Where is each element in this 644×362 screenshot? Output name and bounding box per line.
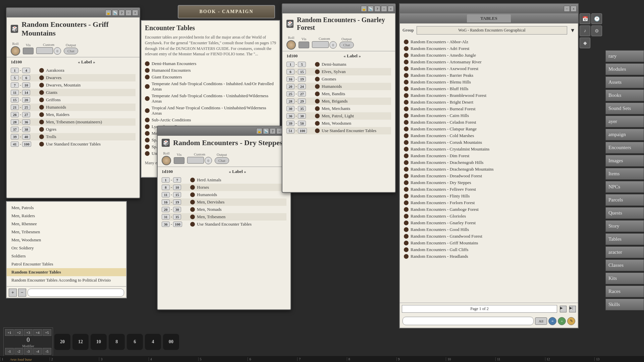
vis-toggle[interactable] [174, 157, 184, 164]
encounter-item[interactable]: Demi-Human Encounters [145, 60, 276, 67]
table-row[interactable]: 1-7Herd Animals [162, 176, 286, 184]
die-20[interactable]: 20 [54, 334, 70, 350]
tables-list-item[interactable]: Random Encounters - Blemu Hills [402, 79, 571, 85]
link-icon[interactable] [145, 75, 150, 79]
link-icon[interactable] [39, 105, 44, 110]
tables-list-item[interactable]: Random Encounters - Grandwood Forest [402, 233, 571, 240]
mod-button[interactable]: -1 [5, 348, 14, 355]
table-row[interactable]: 5-6Dwarves [11, 74, 136, 81]
custom-number[interactable]: 0 [54, 47, 61, 55]
sidebar-item[interactable]: Books [605, 89, 644, 101]
link-icon[interactable] [190, 215, 195, 219]
table-row[interactable]: 26-27Men, Raiders [11, 111, 136, 118]
link-icon[interactable] [404, 120, 409, 125]
link-icon[interactable] [315, 69, 320, 74]
group-select[interactable]: WoG - Random Encounters Geographical [417, 26, 567, 35]
tables-list-item[interactable]: Random Encounters - Dry Steppes [402, 179, 571, 186]
close-icon[interactable]: × [132, 10, 138, 16]
nav-item[interactable]: Random Encounter Tables According to Pol… [7, 276, 126, 284]
nav-item[interactable]: Orc Soldiery [7, 244, 126, 252]
tables-list-item[interactable]: Random Encounters - Bluff Hills [402, 85, 571, 92]
encounter-item[interactable]: Temperate And Sub-Tropical Conditions - … [145, 93, 276, 105]
settings-icon[interactable]: ⚙ [591, 25, 602, 36]
custom-input[interactable] [187, 157, 204, 164]
table-row[interactable]: 39-40Trolls [11, 133, 136, 140]
link-icon[interactable] [39, 120, 44, 124]
link-icon[interactable] [404, 167, 409, 172]
link-icon[interactable] [39, 134, 44, 139]
link-icon[interactable] [404, 174, 409, 178]
tables-list-item[interactable]: Random Encounters - Clatspur Range [402, 126, 571, 132]
table-row[interactable]: 11-15Humanoids [162, 191, 286, 198]
tables-list-item[interactable]: Random Encounters - Bramblewood Forest [402, 92, 571, 99]
minimize-icon[interactable]: − [381, 6, 387, 12]
link-icon[interactable] [145, 61, 150, 66]
last-page-button[interactable]: ▶| [569, 306, 576, 312]
link-icon[interactable] [145, 144, 150, 149]
mod-button[interactable]: +3 [24, 329, 33, 336]
encounter-item[interactable]: Humanoid Encounters [145, 67, 276, 74]
tables-list-item[interactable]: Random Encounters - Griff Mountains [402, 240, 571, 246]
encounter-item[interactable]: Sub-Arctic Conditions [145, 117, 276, 123]
table-row[interactable]: 20-24Humanoids [286, 83, 391, 90]
table-row[interactable]: 25-27Men, Bandits [286, 90, 391, 98]
link-icon[interactable] [39, 90, 44, 95]
mod-button[interactable]: -2 [14, 348, 23, 355]
link-icon[interactable] [404, 254, 409, 259]
sidebar-item[interactable]: aracter [605, 246, 644, 258]
link-icon[interactable] [404, 93, 409, 98]
tables-list-item[interactable]: Random Encounters - Burneal Forest [402, 106, 571, 112]
link-icon[interactable] [404, 100, 409, 105]
table-row[interactable]: 51-100Use Standard Encounter Tables [286, 127, 391, 134]
help-icon[interactable]: ? [374, 6, 380, 12]
link-icon[interactable] [404, 147, 409, 152]
mod-button[interactable]: +2 [14, 329, 23, 336]
table-row[interactable]: 8-10Horses [162, 184, 286, 191]
link-icon[interactable] [190, 222, 195, 227]
link-icon[interactable] [404, 241, 409, 245]
sidebar-item[interactable]: Items [605, 168, 644, 180]
link-icon[interactable] [190, 207, 195, 212]
die-00[interactable]: 00 [163, 334, 179, 350]
next-page-button[interactable]: ▶ [560, 306, 567, 312]
all-button[interactable]: All [535, 317, 547, 325]
tables-list-item[interactable]: Random Encounters - Dim Forest [402, 153, 571, 159]
calendar-icon[interactable]: 📅 [580, 13, 590, 24]
lock-icon[interactable]: 🔒 [256, 128, 262, 134]
filter-button[interactable]: ≡ [548, 317, 556, 325]
link-icon[interactable] [404, 73, 409, 78]
link-icon[interactable] [315, 84, 320, 89]
sidebar-item[interactable]: Modules [605, 63, 644, 75]
sidebar-item[interactable]: Parcels [605, 194, 644, 206]
link-icon[interactable] [315, 121, 320, 126]
link-icon[interactable] [404, 40, 409, 44]
chat-button[interactable]: Chat [215, 157, 229, 164]
encounter-item[interactable]: Temperate And Sub-Tropical Conditions - … [145, 80, 276, 93]
help-icon[interactable]: ? [270, 128, 276, 134]
table-row[interactable]: 37-38Ogres [11, 126, 136, 133]
lock-icon[interactable]: 🔒 [105, 10, 111, 16]
link-icon[interactable] [404, 200, 409, 205]
link-icon[interactable] [145, 84, 150, 89]
vis-toggle[interactable] [23, 48, 34, 54]
encounter-item[interactable]: Giant Encounters [145, 74, 276, 80]
sidebar-item[interactable]: Quests [605, 207, 644, 219]
link-icon[interactable] [404, 221, 409, 225]
die-6[interactable]: 6 [127, 334, 143, 350]
nav-item[interactable]: Men, Patrols [7, 204, 126, 212]
link-icon[interactable] [145, 96, 150, 101]
table-row[interactable]: 28-29Men, Brigands [286, 98, 391, 105]
link-icon[interactable] [404, 187, 409, 192]
table-row[interactable]: 15-20Griffons [11, 96, 136, 104]
sidebar-item[interactable]: NPCs [605, 181, 644, 193]
encounter-item[interactable]: Tropical And Near-Tropical Conditions - … [145, 105, 276, 117]
link-icon[interactable] [404, 86, 409, 91]
mod-button[interactable]: -3 [24, 348, 33, 355]
tables-list-item[interactable]: Random Encounters - Bright Desert [402, 99, 571, 106]
help-icon[interactable]: ? [119, 10, 125, 16]
table-row[interactable]: 36-100Use Standard Encounter Tables [162, 221, 286, 228]
sidebar-item[interactable]: Assets [605, 76, 644, 88]
tables-list-item[interactable]: Random Encounters - Corusk Mountains [402, 139, 571, 146]
tables-list-item[interactable]: Random Encounters - Flinty Hills [402, 193, 571, 199]
mod-button[interactable]: -5 [43, 348, 51, 355]
